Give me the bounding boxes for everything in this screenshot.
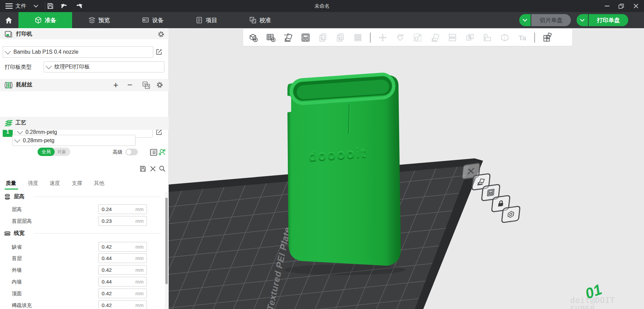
model-3d[interactable]: dooooit dooooit dooooit [278, 71, 405, 279]
print-plate-button[interactable]: 打印单盘 [589, 14, 628, 26]
section-layer-height: 层高 [4, 193, 24, 200]
maximize-button[interactable] [614, 0, 628, 12]
process-section-header: 工艺 [0, 117, 169, 130]
export-p-icon: P [334, 31, 347, 44]
add-model-icon[interactable] [247, 31, 260, 44]
home-button[interactable] [0, 12, 17, 28]
slice-plate-button[interactable]: 切片单盘 [531, 14, 571, 26]
param-input[interactable]: 0.24mm [98, 204, 147, 214]
printer-settings-gear-icon[interactable] [158, 31, 164, 38]
toggle-knob [126, 149, 131, 155]
tab-label: 预览 [99, 16, 110, 24]
rotate-icon [393, 31, 407, 44]
print-plate-label: 打印单盘 [597, 16, 620, 24]
plate-type-select[interactable]: 纹理PEI打印板 [44, 61, 164, 72]
split-to-objects-icon [446, 31, 459, 44]
redo-icon [75, 2, 84, 10]
tab-calibration[interactable]: 校准 [233, 12, 287, 28]
filament-spool-icon [4, 82, 13, 89]
svg-text:P: P [339, 36, 341, 40]
save-icon [47, 2, 54, 10]
param-tab-strength[interactable]: 强度 [28, 180, 38, 187]
param-input[interactable]: 0.44mm [98, 253, 147, 263]
objects-list-icon[interactable] [150, 148, 158, 156]
param-input[interactable]: 0.44mm [98, 277, 147, 287]
slice-plate-label: 切片单盘 [540, 16, 562, 24]
orient-plate-icon [477, 177, 486, 186]
param-label: 顶面 [12, 289, 22, 299]
param-tab-support[interactable]: 支撑 [72, 180, 82, 187]
viewport-canvas[interactable]: Textured PEI Plate dooooit dooooit [169, 28, 644, 309]
undo-button[interactable] [59, 1, 69, 11]
layers-stack-icon [351, 31, 365, 44]
param-tab-quality[interactable]: 质量 [6, 180, 16, 187]
tab-prepare[interactable]: 准备 [18, 12, 72, 28]
svg-text:AUTO: AUTO [284, 34, 289, 36]
filament-section-header: 耗材丝 + − [0, 79, 169, 91]
plate-type-value: 纹理PEI打印板 [54, 63, 90, 70]
param-value: 0.44 [102, 279, 112, 285]
scope-global-button[interactable]: 全局 [38, 148, 55, 156]
chevron-down-icon [5, 48, 11, 54]
svg-text:Ta: Ta [519, 34, 526, 41]
close-icon [634, 4, 638, 8]
section-rule [34, 197, 161, 197]
param-input[interactable]: 0.42mm [98, 300, 147, 309]
maximize-icon [619, 4, 624, 9]
cut-icon [498, 31, 512, 44]
param-input[interactable]: 0.23mm [98, 216, 147, 226]
slice-dropdown-button[interactable] [519, 14, 531, 26]
param-tab-speed[interactable]: 速度 [50, 180, 60, 187]
advanced-toggle[interactable] [125, 149, 138, 155]
model-shadow [284, 264, 405, 275]
printer-edit-icon[interactable] [155, 48, 163, 56]
printer-select[interactable]: Bambu Lab P1S 0.4 nozzle [3, 46, 153, 58]
tab-preview[interactable]: 预览 [72, 12, 126, 28]
file-menu-button[interactable]: 文件 [3, 0, 40, 12]
param-input[interactable]: 0.42mm [98, 289, 147, 298]
scrollbar-thumb[interactable] [165, 198, 168, 284]
param-unit: mm [136, 267, 144, 273]
print-dropdown-button[interactable] [577, 14, 588, 26]
tab-device[interactable]: 设备 [126, 12, 179, 28]
save-button[interactable] [45, 1, 55, 11]
process-tuning-icon[interactable] [158, 148, 166, 156]
save-preset-icon[interactable] [139, 165, 147, 172]
param-tab-label: 强度 [28, 180, 38, 186]
add-filament-button[interactable]: + [111, 79, 121, 91]
export-zero-icon: 0 [316, 31, 330, 44]
add-plate-icon[interactable] [264, 31, 277, 44]
project-icon [196, 16, 203, 24]
param-unit: mm [136, 256, 144, 261]
reset-preset-icon[interactable] [150, 166, 156, 172]
minimize-button[interactable] [600, 0, 614, 12]
param-tab-others[interactable]: 其他 [94, 180, 104, 187]
undo-icon [60, 2, 68, 10]
sidebar-scrollbar[interactable] [165, 192, 168, 309]
tab-label: 校准 [260, 16, 271, 24]
hamburger-icon [5, 3, 13, 9]
auto-orient-icon[interactable]: AUTO [281, 31, 295, 44]
printer-section-header: 打印机 [0, 29, 169, 39]
tab-label: 设备 [152, 16, 164, 24]
plate-settings-button[interactable] [501, 206, 521, 223]
sidebar: 打印机 Bambu Lab P1S 0.4 nozzle 打印板类型 纹理PEI… [0, 28, 169, 309]
param-value: 0.42 [102, 267, 112, 273]
param-unit: mm [136, 291, 144, 296]
redo-button[interactable] [74, 1, 84, 11]
filament-sync-icon[interactable] [142, 81, 151, 89]
search-icon[interactable] [159, 165, 166, 172]
process-preset-select[interactable]: 0.28mm-petg [12, 135, 136, 146]
filament-settings-gear-icon[interactable] [156, 82, 163, 88]
arrange-icon[interactable] [299, 31, 312, 44]
param-value: 0.23 [102, 218, 112, 224]
tab-project[interactable]: 项目 [179, 12, 233, 28]
param-input[interactable]: 0.42mm [98, 242, 147, 252]
param-unit: mm [136, 218, 144, 224]
plate-type-label: 打印板类型 [5, 64, 32, 71]
advanced-label: 高级 [113, 149, 122, 155]
remove-filament-button[interactable]: − [125, 79, 135, 91]
close-button[interactable] [629, 0, 643, 12]
assembly-icon[interactable] [540, 31, 554, 44]
param-input[interactable]: 0.42mm [98, 265, 147, 275]
